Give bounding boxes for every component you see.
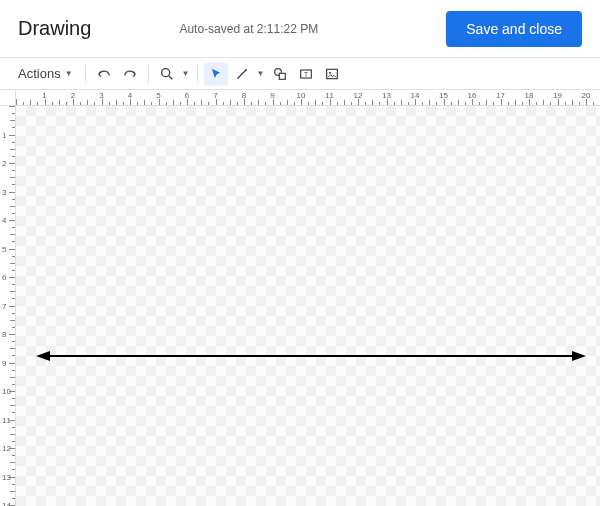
separator — [148, 65, 149, 83]
separator — [197, 65, 198, 83]
ruler-number: 9 — [2, 358, 6, 367]
arrow-head-left[interactable] — [36, 351, 50, 361]
ruler-number: 17 — [496, 91, 505, 100]
caret-down-icon: ▼ — [65, 69, 73, 78]
shape-tool-button[interactable] — [268, 62, 292, 86]
ruler-number: 20 — [582, 91, 591, 100]
svg-line-2 — [237, 69, 246, 78]
ruler-number: 8 — [242, 91, 246, 100]
redo-button[interactable] — [118, 62, 142, 86]
image-icon — [324, 66, 340, 82]
line-dropdown[interactable]: ▼ — [256, 62, 266, 86]
ruler-number: 14 — [411, 91, 420, 100]
ruler-number: 15 — [439, 91, 448, 100]
autosave-status: Auto-saved at 2:11:22 PM — [51, 22, 446, 36]
ruler-number: 10 — [297, 91, 306, 100]
actions-label: Actions — [18, 66, 61, 81]
ruler-number: 9 — [270, 91, 274, 100]
image-tool-button[interactable] — [320, 62, 344, 86]
ruler-number: 4 — [128, 91, 132, 100]
ruler-number: 12 — [2, 444, 11, 453]
canvas-svg — [16, 106, 600, 506]
toolbar: Actions ▼ ▼ ▼ T — [0, 58, 600, 90]
ruler-number: 5 — [156, 91, 160, 100]
workspace: 123456789101112131415161718192021 123456… — [0, 90, 600, 506]
ruler-number: 18 — [525, 91, 534, 100]
actions-menu-button[interactable]: Actions ▼ — [12, 62, 79, 86]
header: Drawing Auto-saved at 2:11:22 PM Save an… — [0, 0, 600, 58]
ruler-number: 13 — [2, 472, 11, 481]
ruler-number: 1 — [2, 130, 6, 139]
ruler-number: 2 — [2, 159, 6, 168]
shape-icon — [272, 66, 288, 82]
ruler-number: 13 — [382, 91, 391, 100]
ruler-number: 7 — [2, 301, 6, 310]
caret-down-icon: ▼ — [182, 69, 190, 78]
cursor-icon — [209, 67, 223, 81]
svg-point-8 — [329, 71, 331, 73]
ruler-number: 3 — [2, 187, 6, 196]
ruler-number: 19 — [553, 91, 562, 100]
svg-point-0 — [161, 68, 169, 76]
ruler-number: 1 — [42, 91, 46, 100]
caret-down-icon: ▼ — [257, 69, 265, 78]
save-and-close-button[interactable]: Save and close — [446, 11, 582, 47]
ruler-number: 14 — [2, 501, 11, 507]
ruler-number: 8 — [2, 330, 6, 339]
arrow-head-right[interactable] — [572, 351, 586, 361]
undo-icon — [96, 66, 112, 82]
zoom-button[interactable] — [155, 62, 179, 86]
ruler-number: 3 — [99, 91, 103, 100]
line-tool-button[interactable] — [230, 62, 254, 86]
textbox-icon: T — [298, 66, 314, 82]
ruler-corner — [0, 90, 16, 106]
ruler-number: 2 — [71, 91, 75, 100]
ruler-number: 7 — [213, 91, 217, 100]
ruler-number: 12 — [354, 91, 363, 100]
vertical-ruler: 1234567891011121314 — [0, 106, 16, 506]
ruler-number: 6 — [185, 91, 189, 100]
undo-button[interactable] — [92, 62, 116, 86]
select-tool-button[interactable] — [204, 62, 228, 86]
textbox-tool-button[interactable]: T — [294, 62, 318, 86]
svg-line-1 — [169, 76, 172, 79]
ruler-number: 16 — [468, 91, 477, 100]
zoom-dropdown[interactable]: ▼ — [181, 62, 191, 86]
redo-icon — [122, 66, 138, 82]
svg-rect-4 — [279, 73, 285, 79]
ruler-number: 10 — [2, 387, 11, 396]
ruler-number: 6 — [2, 273, 6, 282]
separator — [85, 65, 86, 83]
zoom-icon — [159, 66, 175, 82]
ruler-number: 11 — [325, 91, 334, 100]
line-icon — [234, 66, 250, 82]
ruler-number: 11 — [2, 415, 11, 424]
drawing-canvas[interactable] — [16, 106, 600, 506]
horizontal-ruler: 123456789101112131415161718192021 — [16, 90, 600, 106]
ruler-number: 5 — [2, 244, 6, 253]
ruler-number: 4 — [2, 216, 6, 225]
svg-text:T: T — [304, 70, 308, 77]
